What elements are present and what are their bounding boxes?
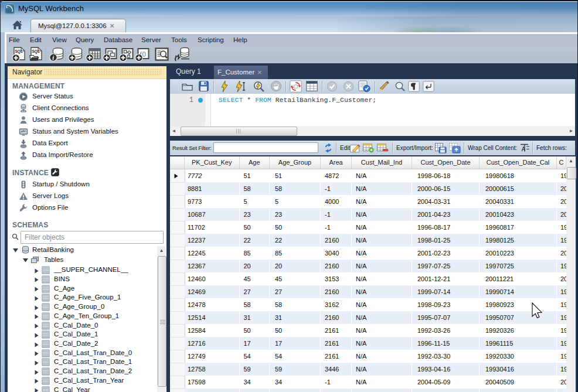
svg-text:SQL: SQL bbox=[32, 49, 40, 54]
svg-text:(): () bbox=[142, 50, 146, 57]
svg-text:i: i bbox=[52, 54, 54, 61]
svg-text:SQL: SQL bbox=[15, 49, 23, 54]
